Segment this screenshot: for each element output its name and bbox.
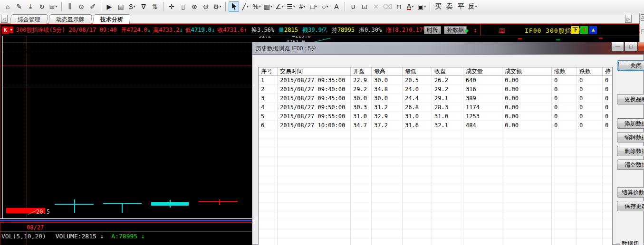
magnet-icon[interactable]: ∪ (348, 1, 358, 12)
refresh-data-icon[interactable]: ↻ (37, 1, 47, 12)
window-mode-icon[interactable]: 回 (499, 27, 505, 35)
save-drawing-dropdown-icon[interactable]: ▾ (424, 4, 426, 9)
kline-chart-pane[interactable]: 20.5 08/27 VOL(5,10,20) VOLUME:2815 ↓ A:… (0, 36, 252, 245)
angle-tool-dropdown-icon[interactable]: ▾ (282, 4, 284, 9)
delete-drawing-icon[interactable]: ✕ (371, 1, 381, 12)
rectangle-tool-icon[interactable]: □▾ (308, 1, 319, 12)
action-button[interactable]: 编辑数据 (617, 132, 644, 142)
percent-tool-dropdown-icon[interactable]: ▾ (259, 4, 261, 9)
action-button[interactable]: 删除数据 (617, 146, 644, 156)
kline-period-button[interactable]: K (2, 27, 9, 34)
column-header[interactable]: 开盘 (351, 67, 372, 75)
action-button[interactable]: 保存更改 (617, 201, 644, 211)
action-button[interactable]: 结算价数据 (617, 187, 644, 198)
close-window-button[interactable]: ✕ (637, 42, 644, 52)
column-header[interactable]: 涨数 (552, 67, 577, 75)
table-row[interactable]: 42015/08/27 09:50:0030.331.226.828.31174… (259, 103, 612, 112)
status-chip-button[interactable]: 时段 (424, 26, 441, 34)
channel-tool-icon[interactable]: ☰▾ (286, 1, 296, 12)
report-icon[interactable]: ▤ (115, 1, 126, 12)
column-header[interactable]: 交易时间 (278, 67, 351, 75)
money-dropdown-icon[interactable]: ▾ (133, 4, 135, 9)
font-color-icon[interactable]: A▾ (405, 1, 415, 12)
rectangle-tool-dropdown-icon[interactable]: ▾ (315, 4, 317, 9)
action-button[interactable]: 更换品种 (617, 94, 644, 104)
alert-icon[interactable]: ⊙ (76, 1, 87, 12)
layout-dropdown-icon[interactable]: ▾ (55, 4, 57, 9)
play-icon[interactable]: ▶ (104, 1, 115, 12)
filter-icon[interactable]: ∇ (138, 1, 149, 12)
grid-tool-dropdown-icon[interactable]: ▾ (303, 4, 305, 9)
tab-item[interactable]: 综合管理 (10, 14, 48, 24)
brush-icon[interactable]: ✎ (14, 1, 24, 12)
lightning-icon[interactable]: ↯ (580, 26, 588, 34)
font-color-dropdown-icon[interactable]: ▾ (412, 4, 413, 9)
close-position-icon[interactable]: 平 (456, 1, 466, 12)
table-row[interactable]: 32015/08/27 09:45:0030.030.024.429.13890… (259, 94, 612, 103)
gann-tool-icon[interactable]: ▥▾ (263, 1, 273, 12)
column-header[interactable]: 持仓量 (603, 67, 613, 75)
gann-tool-dropdown-icon[interactable]: ▾ (270, 4, 272, 9)
trend-line-icon[interactable]: ╱▾ (240, 1, 250, 12)
close-button[interactable]: 关闭 (617, 60, 644, 71)
grid-tool-icon[interactable]: #▾ (297, 1, 308, 12)
table-row[interactable]: 12015/08/27 09:35:0022.930.020.526.26400… (259, 76, 612, 85)
tab-scroll-left-icon[interactable]: ◁ (1, 15, 8, 23)
panel-toggle-icon[interactable]: △ (641, 14, 644, 21)
sort-icon[interactable]: ⇅ (150, 1, 160, 12)
column-header[interactable]: 成交量 (463, 67, 502, 75)
down-icon[interactable]: 下 (571, 26, 579, 34)
reverse-position-icon[interactable]: 反▾ (467, 1, 478, 12)
kline-period-dropdown-icon[interactable]: ▼ (10, 27, 13, 33)
action-button[interactable]: 清空数据 (617, 160, 644, 170)
kline-chart-icon[interactable]: ⫼ (65, 1, 75, 12)
period-day-button[interactable]: 日 (641, 28, 644, 36)
status-chip-button[interactable]: 补数据 (444, 26, 467, 34)
alarm-icon[interactable]: ▲ (589, 26, 597, 34)
download-data-icon[interactable]: ⤓ (25, 1, 36, 12)
ellipse-tool-dropdown-icon[interactable]: ▾ (327, 4, 328, 9)
zoom-in-icon[interactable]: ⊕ (189, 1, 200, 12)
trash-icon[interactable]: ⌫ (382, 1, 393, 12)
ellipse-tool-icon[interactable]: ○▾ (320, 1, 330, 12)
percent-tool-icon[interactable]: %▾ (251, 1, 262, 12)
tab-active[interactable]: 技术分析 (93, 14, 131, 24)
pane-splitter[interactable] (0, 218, 252, 222)
table-row[interactable]: 62015/08/27 10:00:0034.737.231.632.14840… (259, 121, 612, 130)
zoom-out-icon[interactable]: ⊖ (201, 1, 211, 12)
status-pin-icon[interactable]: ↧ (473, 27, 477, 34)
column-header[interactable]: 跌数 (577, 67, 603, 75)
column-header[interactable]: 序号 (259, 67, 278, 75)
tab-item[interactable]: 动态显示牌 (48, 14, 92, 24)
lock-icon[interactable]: ⊓ (394, 1, 404, 12)
angle-tool-icon[interactable]: ∠▾ (274, 1, 285, 12)
tab-scroll-right-icon[interactable]: ▷ (625, 15, 632, 23)
sell-icon[interactable]: 卖 (444, 1, 455, 12)
column-header[interactable]: 成交额 (502, 67, 552, 75)
home-icon[interactable]: ⌂ (2, 1, 13, 12)
column-header[interactable]: 最高 (372, 67, 403, 75)
maximize-button[interactable]: ▢ (625, 42, 637, 52)
table-row[interactable]: 52015/08/27 09:55:0031.032.931.031.01253… (259, 112, 612, 121)
reverse-position-dropdown-icon[interactable]: ▾ (475, 4, 477, 9)
group-drawings-icon[interactable]: ⊡ (359, 1, 370, 12)
money-icon[interactable]: $▾ (127, 1, 137, 12)
text-tool-icon[interactable]: A (331, 1, 342, 12)
pointer-icon[interactable] (229, 1, 239, 12)
status-diamond-icon[interactable]: ◆ (465, 27, 469, 34)
settings-icon[interactable]: ⚙▾ (212, 1, 222, 12)
minimize-button[interactable]: — (611, 42, 624, 52)
move-icon[interactable]: ✛ (166, 1, 177, 12)
measure-icon[interactable]: ▯ (178, 1, 188, 12)
save-drawing-icon[interactable]: ▣▾ (416, 1, 427, 12)
column-header[interactable]: 最低 (403, 67, 432, 75)
edit-icon[interactable]: ✐ (87, 1, 98, 12)
settings-dropdown-icon[interactable]: ▾ (220, 4, 221, 9)
buy-icon[interactable]: 买 (433, 1, 443, 12)
column-header[interactable]: 收盘 (432, 67, 463, 75)
table-row[interactable]: 22015/08/27 09:40:0029.234.824.029.23160… (259, 85, 612, 94)
layout-icon[interactable]: ⊞▾ (48, 1, 58, 12)
dialog-title-bar[interactable]: 历史数据浏览 IF00 : 5分 — ▢ ✕ (252, 42, 644, 55)
trend-line-dropdown-icon[interactable]: ▾ (247, 4, 249, 9)
action-button[interactable]: 添加数据 (617, 118, 644, 129)
